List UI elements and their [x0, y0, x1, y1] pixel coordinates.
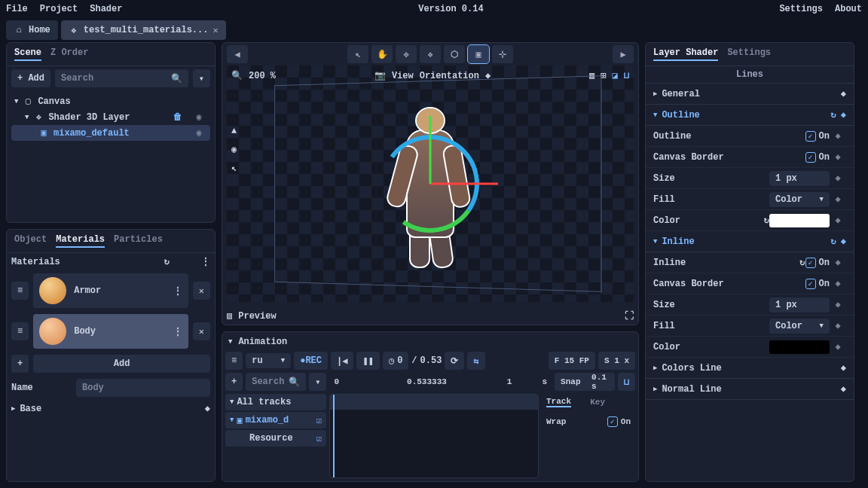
bounds-tool[interactable]: ▣: [468, 45, 489, 63]
keyframe-icon[interactable]: ◆: [830, 215, 846, 226]
reset-icon[interactable]: ↻: [831, 109, 836, 120]
menu-button[interactable]: ≡: [225, 352, 243, 370]
pause-button[interactable]: ❚❚: [356, 352, 379, 370]
keyframe-icon[interactable]: ◆: [841, 109, 846, 120]
material-body[interactable]: Body ⋮: [33, 314, 188, 349]
tree-layer[interactable]: ▼ ❖ Shader 3D Layer 🗑 ◉: [11, 109, 210, 125]
keyframe-icon[interactable]: ◆: [830, 278, 846, 289]
group-general[interactable]: General: [662, 89, 699, 99]
drag-handle[interactable]: ≡: [11, 322, 29, 340]
menu-shader[interactable]: Shader: [90, 4, 122, 14]
track-search-input[interactable]: Search🔍: [246, 373, 306, 391]
visibility-icon[interactable]: ◉: [191, 127, 207, 139]
move-tool[interactable]: ✥: [396, 45, 417, 63]
checker-toggle[interactable]: ◪: [613, 70, 618, 81]
camera-icon[interactable]: 📷: [374, 70, 386, 81]
tab-file[interactable]: ❖ test_multi_materials... ✕: [61, 20, 226, 40]
time-field[interactable]: ◷ 0: [383, 352, 408, 370]
keyframe-icon[interactable]: ◆: [830, 172, 846, 184]
sync-button[interactable]: ⇆: [467, 352, 484, 370]
tab-layer-shader[interactable]: Layer Shader: [653, 47, 718, 61]
fill-select[interactable]: Color▼: [769, 192, 830, 207]
add-material-label-button[interactable]: Add: [33, 355, 210, 373]
cursor-icon[interactable]: ↖: [231, 163, 237, 174]
zoom-icon[interactable]: 🔍: [231, 70, 243, 81]
up-icon[interactable]: ▲: [231, 126, 237, 136]
track-resource[interactable]: Resource☑: [225, 430, 326, 447]
checkbox[interactable]: ☑: [316, 433, 322, 444]
view-label[interactable]: View: [392, 71, 414, 81]
color-input[interactable]: [769, 340, 830, 354]
chevron-right-icon[interactable]: ▶: [11, 404, 15, 413]
chevron-down-icon[interactable]: ▼: [228, 338, 232, 346]
track-all[interactable]: ▼All tracks: [225, 394, 326, 410]
tab-object[interactable]: Object: [14, 234, 47, 248]
tree-object[interactable]: ▣ mixamo_default ◉: [11, 125, 210, 141]
add-track-button[interactable]: +: [225, 373, 243, 391]
tab-shader-settings[interactable]: Settings: [727, 47, 771, 61]
border-toggle[interactable]: ✓On: [805, 279, 830, 289]
keyframe-icon[interactable]: ◆: [830, 130, 846, 142]
select-tool[interactable]: ↖: [347, 45, 368, 63]
more-icon[interactable]: ⋮: [201, 256, 210, 267]
inline-toggle[interactable]: ✓On: [805, 258, 830, 268]
keyframe-icon[interactable]: ◆: [830, 341, 846, 352]
filter-button[interactable]: ▾: [309, 373, 326, 391]
tab-key[interactable]: Key: [590, 398, 605, 407]
close-icon[interactable]: ✕: [212, 25, 218, 36]
fullscreen-icon[interactable]: ⛶: [625, 310, 634, 322]
size-input[interactable]: 1 px: [769, 171, 830, 186]
keyframe-icon[interactable]: ◆: [830, 320, 846, 331]
transform-tool[interactable]: ⊹: [492, 45, 513, 63]
keyframe-icon[interactable]: ◆: [830, 299, 846, 310]
checkbox[interactable]: ☑: [316, 415, 322, 426]
cube-tool[interactable]: ⬡: [444, 45, 465, 63]
base-group[interactable]: Base: [20, 404, 41, 414]
outline-toggle[interactable]: ✓On: [805, 131, 830, 142]
zoom-value[interactable]: 200 %: [249, 71, 276, 81]
chevron-down-icon[interactable]: ▼: [25, 114, 29, 121]
keyframe-icon[interactable]: ◆: [830, 151, 846, 163]
group-outline[interactable]: Outline: [662, 110, 699, 120]
drag-handle[interactable]: ≡: [11, 282, 29, 300]
chevron-right-icon[interactable]: ▶: [653, 364, 657, 372]
menu-file[interactable]: File: [6, 4, 28, 14]
snap-field[interactable]: Snap 0.1 s: [555, 373, 615, 391]
snap-toggle[interactable]: ⊔: [624, 70, 629, 81]
keyframe-icon[interactable]: ◆: [841, 383, 846, 395]
material-armor[interactable]: Armor ⋮: [33, 273, 188, 308]
keyframe-icon[interactable]: ◆: [205, 403, 210, 414]
loop-button[interactable]: ⟳: [445, 352, 464, 370]
eye-icon[interactable]: ◉: [231, 144, 237, 155]
prev-frame-button[interactable]: |◀: [331, 352, 353, 370]
pan-tool[interactable]: ✋: [371, 45, 393, 63]
menu-project[interactable]: Project: [40, 4, 78, 14]
reset-icon[interactable]: ↻: [799, 257, 805, 268]
chevron-down-icon[interactable]: ▼: [653, 111, 657, 119]
group-normalline[interactable]: Normal Line: [662, 384, 721, 395]
reset-icon[interactable]: ↻: [764, 215, 769, 226]
remove-button[interactable]: ✕: [193, 322, 210, 340]
keyframe-icon[interactable]: ◆: [830, 194, 846, 205]
delete-icon[interactable]: 🗑: [170, 111, 186, 123]
magnet-icon[interactable]: ⊔: [618, 373, 635, 391]
add-button[interactable]: + Add: [11, 69, 50, 87]
tab-zorder[interactable]: Z Order: [50, 47, 88, 61]
menu-settings[interactable]: Settings: [779, 4, 823, 14]
tab-track[interactable]: Track: [546, 397, 571, 407]
menu-about[interactable]: About: [835, 4, 862, 14]
filter-button[interactable]: ▾: [193, 69, 210, 87]
timeline[interactable]: [329, 394, 539, 478]
record-button[interactable]: ●REC: [294, 352, 328, 370]
layers-tool[interactable]: ❖: [420, 45, 441, 63]
fill-select[interactable]: Color▼: [769, 319, 830, 334]
preview-label[interactable]: Preview: [238, 311, 276, 322]
border-toggle[interactable]: ✓On: [805, 152, 830, 163]
add-material-button[interactable]: +: [11, 355, 29, 373]
x-axis[interactable]: [430, 183, 498, 185]
next-button[interactable]: ▶: [613, 45, 634, 63]
more-icon[interactable]: ⋮: [173, 285, 182, 297]
chevron-right-icon[interactable]: ▶: [653, 90, 657, 98]
refresh-icon[interactable]: ↻: [164, 256, 170, 267]
keyframe-icon[interactable]: ◆: [841, 88, 846, 99]
